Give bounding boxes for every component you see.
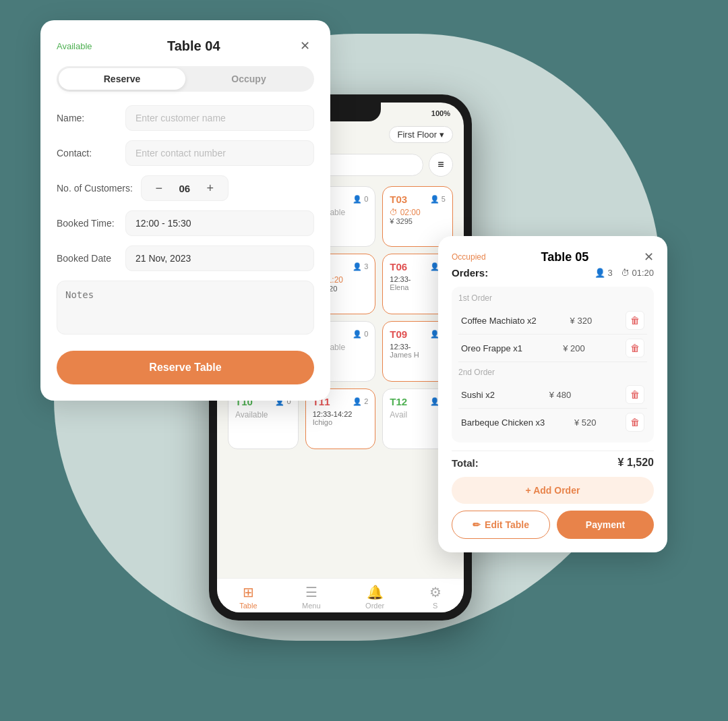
reserve-modal: Available Table 04 ✕ Reserve Occupy Name… xyxy=(40,20,330,401)
name-label: Name: xyxy=(57,113,117,123)
delete-order-button[interactable]: 🗑 xyxy=(626,311,644,330)
customers-stepper: − 06 + xyxy=(141,175,229,201)
increment-button[interactable]: + xyxy=(202,180,218,196)
occupied-header: Occupied Table 05 ✕ xyxy=(452,250,654,264)
occupied-close-button[interactable]: ✕ xyxy=(644,250,654,264)
booked-time-row: Booked Time: 12:00 - 15:30 xyxy=(57,210,314,236)
edit-table-button[interactable]: ✏ Edit Table xyxy=(452,511,550,539)
order-item-barbeque: Barbeque Chicken x3 ¥ 520 🗑 xyxy=(458,409,647,436)
total-row: Total: ¥ 1,520 xyxy=(452,451,654,477)
status-battery: 100% xyxy=(431,109,450,117)
table-customer: Elena xyxy=(390,283,446,291)
nav-item-order[interactable]: 🔔 Order xyxy=(365,584,384,610)
order-price: ¥ 520 xyxy=(574,417,597,428)
customers-row: No. of Customers: − 06 + xyxy=(57,175,314,201)
orders-meta: 👤 3 ⏱ 01:20 xyxy=(595,268,654,278)
table-price: ¥ 3295 xyxy=(390,217,446,225)
add-order-button[interactable]: + Add Order xyxy=(452,477,654,504)
nav-item-table[interactable]: ⊞ Table xyxy=(239,584,257,610)
table-pax: 👤 2 xyxy=(353,397,368,406)
table-customer: Ichigo xyxy=(313,418,369,426)
table-pax: 👤 3 xyxy=(353,262,368,271)
contact-label: Contact: xyxy=(57,148,117,158)
table-customer: James H xyxy=(390,351,446,359)
occupied-status: Occupied xyxy=(452,252,486,262)
reserve-table-button[interactable]: Reserve Table xyxy=(57,351,314,384)
delete-order-button[interactable]: 🗑 xyxy=(626,413,644,432)
table-booking: 12:33- xyxy=(390,343,446,351)
nav-label-settings: S xyxy=(433,602,437,610)
name-row: Name: Enter customer name xyxy=(57,105,314,131)
occupied-title: Table 05 xyxy=(541,250,589,264)
booked-time-value[interactable]: 12:00 - 15:30 xyxy=(125,210,314,236)
order-item-sushi: Sushi x2 ¥ 480 🗑 xyxy=(458,381,647,409)
occupied-modal: Occupied Table 05 ✕ Orders: 👤 3 ⏱ 01:20 … xyxy=(438,236,667,552)
nav-label-menu: Menu xyxy=(302,602,321,610)
order-name: Sushi x2 xyxy=(461,390,495,400)
filter-button[interactable]: ≡ xyxy=(429,152,453,177)
customers-value: 06 xyxy=(178,183,191,194)
orders-label: Orders: xyxy=(452,267,488,279)
bottom-nav: ⊞ Table ☰ Menu 🔔 Order ⚙ S xyxy=(217,578,464,612)
table-booking: 12:33-14:22 xyxy=(313,410,369,418)
order-name: Barbeque Chicken x3 xyxy=(461,417,545,428)
orders-header: Orders: 👤 3 ⏱ 01:20 xyxy=(452,267,654,279)
order-price: ¥ 320 xyxy=(570,316,593,326)
modal-status: Available xyxy=(57,41,92,51)
order-price: ¥ 200 xyxy=(563,343,585,353)
table-status: Avail xyxy=(390,410,446,420)
tab-occupy[interactable]: Occupy xyxy=(185,68,312,90)
notes-input[interactable] xyxy=(57,281,314,335)
menu-nav-icon: ☰ xyxy=(305,584,317,600)
name-input[interactable]: Enter customer name xyxy=(125,105,314,131)
table-id: T03 xyxy=(390,194,407,205)
total-value: ¥ 1,520 xyxy=(618,457,654,469)
table-nav-icon: ⊞ xyxy=(243,584,254,600)
chevron-down-icon: ▾ xyxy=(439,129,444,140)
tab-reserve[interactable]: Reserve xyxy=(59,68,185,90)
order-name: Coffee Machiato x2 xyxy=(461,316,537,326)
table-card-t03[interactable]: T03 👤 5 ⏱ 02:00 ¥ 3295 xyxy=(382,186,453,247)
delete-order-button[interactable]: 🗑 xyxy=(626,339,644,357)
table-id: T12 xyxy=(390,396,407,407)
table-pax: 👤 5 xyxy=(430,195,446,204)
modal-title: Table 04 xyxy=(167,38,220,54)
table-pax: 👤 0 xyxy=(353,195,368,204)
table-id: T09 xyxy=(390,328,407,340)
booked-date-row: Booked Date 21 Nov, 2023 xyxy=(57,246,314,271)
nav-item-menu[interactable]: ☰ Menu xyxy=(302,584,321,610)
order-section-2: 2nd Order xyxy=(458,368,647,377)
nav-item-settings[interactable]: ⚙ S xyxy=(429,584,442,610)
delete-order-button[interactable]: 🗑 xyxy=(626,385,644,404)
order-nav-icon: 🔔 xyxy=(367,584,384,600)
decrement-button[interactable]: − xyxy=(151,180,167,196)
pax-meta: 👤 3 xyxy=(595,268,613,278)
customers-label: No. of Customers: xyxy=(57,183,133,194)
nav-label-table: Table xyxy=(239,602,257,610)
order-section-1: 1st Order xyxy=(458,293,647,303)
settings-nav-icon: ⚙ xyxy=(429,584,442,600)
total-label: Total: xyxy=(452,457,479,469)
filter-icon: ≡ xyxy=(437,158,444,171)
order-item-oreo: Oreo Frappe x1 ¥ 200 🗑 xyxy=(458,335,647,362)
payment-button[interactable]: Payment xyxy=(557,511,654,539)
order-price: ¥ 480 xyxy=(549,390,572,400)
time-meta: ⏱ 01:20 xyxy=(621,268,654,278)
booked-time-label: Booked Time: xyxy=(57,218,117,229)
pencil-icon: ✏ xyxy=(473,519,481,530)
close-button[interactable]: ✕ xyxy=(295,36,314,55)
floor-selector[interactable]: First Floor ▾ xyxy=(389,126,454,143)
modal-header: Available Table 04 ✕ xyxy=(57,36,314,55)
contact-input[interactable]: Enter contact number xyxy=(125,140,314,166)
table-id: T06 xyxy=(390,261,407,272)
floor-label: First Floor xyxy=(398,129,437,140)
contact-row: Contact: Enter contact number xyxy=(57,140,314,166)
action-buttons: ✏ Edit Table Payment xyxy=(452,511,654,539)
orders-list: 1st Order Coffee Machiato x2 ¥ 320 🗑 Ore… xyxy=(452,287,654,442)
order-item-coffee: Coffee Machiato x2 ¥ 320 🗑 xyxy=(458,307,647,335)
tab-switcher: Reserve Occupy xyxy=(57,66,314,92)
table-booking: 12:33- xyxy=(390,275,446,283)
order-name: Oreo Frappe x1 xyxy=(461,343,522,353)
booked-date-value[interactable]: 21 Nov, 2023 xyxy=(125,246,314,271)
booked-date-label: Booked Date xyxy=(57,253,117,264)
